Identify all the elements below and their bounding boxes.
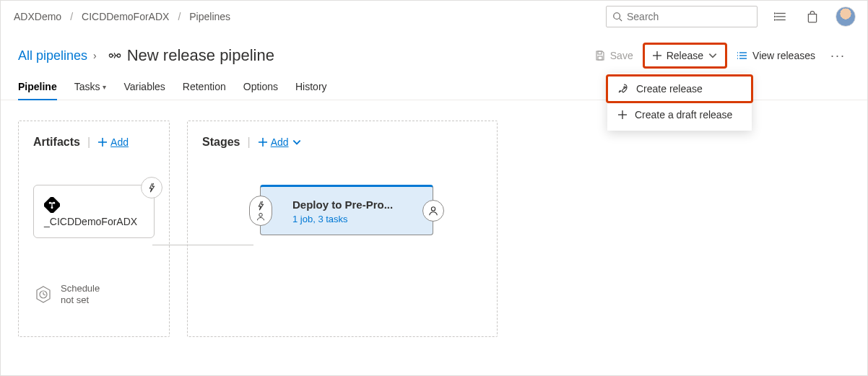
- tab-tasks[interactable]: Tasks ▾: [74, 74, 107, 100]
- add-label: Add: [110, 136, 129, 148]
- page-title: New release pipeline: [127, 46, 274, 65]
- avatar[interactable]: [836, 6, 856, 27]
- add-label: Add: [271, 136, 289, 148]
- plus-icon: [258, 137, 268, 147]
- all-pipelines-link[interactable]: All pipelines: [18, 48, 87, 64]
- breadcrumb-separator: /: [178, 11, 181, 22]
- tab-variables[interactable]: Variables: [123, 74, 165, 100]
- schedule-label: Schedule: [61, 283, 100, 294]
- svg-rect-10: [598, 51, 602, 54]
- search-input[interactable]: [622, 11, 751, 22]
- tab-history[interactable]: History: [295, 74, 327, 100]
- svg-point-0: [614, 13, 620, 19]
- artifacts-title: Artifacts: [33, 136, 80, 149]
- menu-item-label: Create release: [636, 83, 703, 95]
- artifact-name: _CICDDemoForADX: [44, 216, 144, 227]
- lightning-icon: [147, 183, 157, 193]
- stage-title: Deploy to Pre-Pro...: [292, 198, 401, 211]
- svg-point-20: [624, 87, 625, 88]
- release-button[interactable]: Release: [644, 44, 726, 67]
- menu-item-create-draft-release[interactable]: Create a draft release: [607, 102, 752, 128]
- artifacts-panel: Artifacts | Add _C: [18, 121, 170, 337]
- person-icon: [428, 206, 438, 216]
- stages-panel: Stages | Add: [187, 121, 498, 337]
- svg-point-8: [109, 54, 113, 58]
- search-icon: [612, 12, 622, 22]
- breadcrumb-separator: /: [70, 11, 73, 22]
- clock-icon: [33, 284, 53, 305]
- save-label: Save: [610, 50, 633, 61]
- svg-point-38: [431, 207, 435, 211]
- rocket-icon: [617, 83, 629, 95]
- pre-deploy-conditions-button[interactable]: [249, 196, 272, 226]
- svg-point-6: [774, 16, 775, 17]
- breadcrumb-item-pipelines[interactable]: Pipelines: [188, 8, 232, 25]
- stages-title: Stages: [202, 136, 240, 149]
- git-icon: [44, 197, 144, 213]
- breadcrumb-item-project[interactable]: ADXDemo: [12, 8, 63, 25]
- svg-line-1: [620, 19, 622, 22]
- svg-line-34: [43, 294, 45, 295]
- breadcrumb-item-repo[interactable]: CICDDemoForADX: [80, 8, 170, 25]
- pipeline-icon: [108, 49, 121, 62]
- menu-item-create-release[interactable]: Create release: [607, 76, 752, 102]
- breadcrumb: ADXDemo / CICDDemoForADX / Pipelines: [12, 8, 232, 25]
- menu-item-label: Create a draft release: [635, 109, 732, 121]
- list-icon: [737, 50, 748, 61]
- plus-icon: [617, 110, 628, 120]
- tab-retention[interactable]: Retention: [183, 74, 226, 100]
- svg-point-37: [259, 214, 263, 217]
- tab-pipeline[interactable]: Pipeline: [18, 74, 57, 100]
- artifact-card[interactable]: _CICDDemoForADX: [33, 185, 155, 238]
- svg-point-9: [117, 54, 121, 58]
- svg-rect-11: [598, 56, 602, 60]
- chevron-right-icon: ›: [93, 50, 97, 61]
- chevron-down-icon: ▾: [103, 83, 106, 91]
- save-icon: [594, 50, 606, 61]
- shopping-bag-icon[interactable]: [804, 8, 821, 25]
- view-releases-button[interactable]: View releases: [729, 44, 823, 67]
- list-view-icon[interactable]: [772, 8, 789, 25]
- tab-label: Tasks: [74, 81, 100, 92]
- trigger-button[interactable]: [141, 177, 162, 198]
- plus-icon: [652, 51, 662, 61]
- save-button[interactable]: Save: [586, 44, 641, 67]
- stage-card[interactable]: Deploy to Pre-Pro... 1 job, 3 tasks: [260, 185, 433, 235]
- release-dropdown: Create release Create a draft release: [607, 73, 752, 131]
- view-releases-label: View releases: [752, 50, 815, 61]
- release-label: Release: [667, 50, 703, 61]
- chevron-down-icon: [292, 137, 302, 147]
- person-icon: [256, 212, 265, 221]
- plus-icon: [97, 137, 108, 147]
- lightning-icon: [256, 201, 265, 211]
- svg-point-5: [774, 13, 775, 14]
- schedule-row[interactable]: Schedule not set: [33, 283, 155, 305]
- more-actions-button[interactable]: ···: [826, 48, 850, 64]
- post-deploy-conditions-button[interactable]: [422, 200, 444, 222]
- svg-point-7: [774, 19, 775, 20]
- tab-options[interactable]: Options: [243, 74, 278, 100]
- chevron-down-icon: [708, 51, 718, 61]
- add-stage-button[interactable]: Add: [258, 136, 302, 148]
- schedule-label: not set: [61, 294, 100, 306]
- add-artifact-button[interactable]: Add: [97, 136, 129, 148]
- stage-subtitle[interactable]: 1 job, 3 tasks: [292, 214, 401, 224]
- search-box[interactable]: [606, 6, 758, 27]
